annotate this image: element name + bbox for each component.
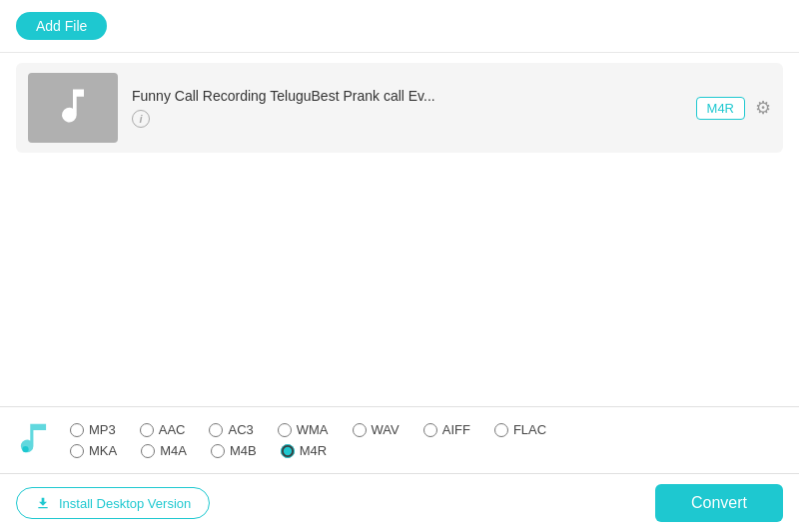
radio-m4b[interactable] bbox=[211, 444, 225, 458]
radio-ac3[interactable] bbox=[209, 423, 223, 437]
format-label-flac: FLAC bbox=[513, 422, 546, 437]
format-option-m4a[interactable]: M4A bbox=[141, 443, 187, 458]
format-option-ac3[interactable]: AC3 bbox=[209, 422, 253, 437]
format-option-aac[interactable]: AAC bbox=[140, 422, 186, 437]
radio-mp3[interactable] bbox=[70, 423, 84, 437]
format-label-ac3: AC3 bbox=[228, 422, 253, 437]
file-list: Funny Call Recording TeluguBest Prank ca… bbox=[0, 53, 799, 406]
bottom-bar: Install Desktop Version Convert bbox=[0, 473, 799, 532]
radio-wav[interactable] bbox=[353, 423, 367, 437]
radio-aiff[interactable] bbox=[423, 423, 437, 437]
convert-button[interactable]: Convert bbox=[655, 484, 783, 522]
install-label: Install Desktop Version bbox=[59, 496, 191, 511]
file-name: Funny Call Recording TeluguBest Prank ca… bbox=[132, 88, 682, 104]
format-label-m4r: M4R bbox=[300, 443, 327, 458]
file-item: Funny Call Recording TeluguBest Prank ca… bbox=[16, 63, 783, 153]
format-label-m4a: M4A bbox=[160, 443, 187, 458]
radio-m4r[interactable] bbox=[281, 444, 295, 458]
format-option-aiff[interactable]: AIFF bbox=[423, 422, 470, 437]
radio-mka[interactable] bbox=[70, 444, 84, 458]
format-label-mka: MKA bbox=[89, 443, 117, 458]
format-label-wma: WMA bbox=[297, 422, 329, 437]
radio-flac[interactable] bbox=[494, 423, 508, 437]
file-thumbnail bbox=[28, 73, 118, 143]
format-label-m4b: M4B bbox=[230, 443, 257, 458]
format-option-m4b[interactable]: M4B bbox=[211, 443, 257, 458]
format-label-mp3: MP3 bbox=[89, 422, 116, 437]
info-icon[interactable]: i bbox=[132, 110, 150, 128]
format-option-mp3[interactable]: MP3 bbox=[70, 422, 116, 437]
header: Add File bbox=[0, 0, 799, 53]
format-option-wma[interactable]: WMA bbox=[278, 422, 329, 437]
format-area: MP3AACAC3WMAWAVAIFFFLACMKAM4AM4BM4R bbox=[0, 406, 799, 473]
format-row-0: MP3AACAC3WMAWAVAIFFFLAC bbox=[70, 422, 546, 437]
gear-icon: ⚙ bbox=[755, 97, 771, 119]
format-badge[interactable]: M4R bbox=[696, 97, 745, 120]
music-icon-small bbox=[16, 419, 54, 461]
format-label-aiff: AIFF bbox=[442, 422, 470, 437]
add-file-button[interactable]: Add File bbox=[16, 12, 107, 40]
format-label-wav: WAV bbox=[372, 422, 400, 437]
format-options: MP3AACAC3WMAWAVAIFFFLACMKAM4AM4BM4R bbox=[70, 422, 546, 458]
radio-wma[interactable] bbox=[278, 423, 292, 437]
settings-button[interactable]: ⚙ bbox=[755, 97, 771, 119]
music-icon bbox=[51, 84, 95, 132]
format-option-mka[interactable]: MKA bbox=[70, 443, 117, 458]
format-option-flac[interactable]: FLAC bbox=[494, 422, 546, 437]
format-option-m4r[interactable]: M4R bbox=[281, 443, 327, 458]
radio-aac[interactable] bbox=[140, 423, 154, 437]
download-icon bbox=[35, 495, 51, 511]
file-actions: M4R ⚙ bbox=[696, 97, 771, 120]
format-row-1: MKAM4AM4BM4R bbox=[70, 443, 546, 458]
file-info: Funny Call Recording TeluguBest Prank ca… bbox=[132, 88, 682, 128]
install-desktop-button[interactable]: Install Desktop Version bbox=[16, 487, 210, 519]
format-label-aac: AAC bbox=[159, 422, 186, 437]
radio-m4a[interactable] bbox=[141, 444, 155, 458]
format-option-wav[interactable]: WAV bbox=[353, 422, 400, 437]
